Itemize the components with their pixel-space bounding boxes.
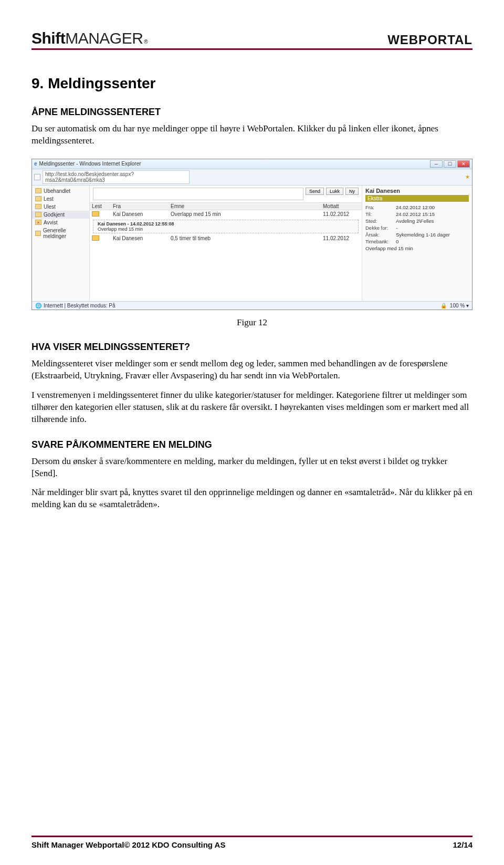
address-bar-row: http://test.kdo.no/Beskjedsenter.aspx?ms… (32, 169, 472, 186)
folder-sidebar: Ubehandlet Lest Ulest Godkjent Avvist Ge… (32, 186, 90, 301)
detail-panel: Kai Danesen Ekstra Fra:24.02.2012 12:00 … (362, 186, 472, 301)
col-emne[interactable]: Emne (171, 203, 323, 209)
browser-status-bar: 🌐 Internett | Beskyttet modus: På 🔒 100 … (32, 301, 472, 310)
message-thread-preview: Kai Danesen - 14.02.2012 12:55:08 Overla… (93, 220, 359, 233)
paragraph-leftmenu: I venstremenyen i meldingssenteret finne… (32, 389, 472, 426)
window-minimize-button[interactable]: ─ (430, 160, 443, 168)
folder-generelle[interactable]: Generelle meldinger (32, 226, 89, 240)
window-maximize-button[interactable]: ☐ (444, 160, 456, 168)
window-close-button[interactable]: ✕ (457, 160, 470, 168)
footer-left: Shift Manager Webportal© 2012 KDO Consul… (32, 840, 225, 849)
paragraph-reply2: Når meldinger blir svart på, knyttes sva… (32, 487, 472, 511)
address-bar[interactable]: http://test.kdo.no/Beskjedsenter.aspx?ms… (43, 170, 190, 184)
folder-lest[interactable]: Lest (32, 195, 89, 203)
header-portal: WEBPORTAL (387, 33, 472, 47)
page-header: ShiftMANAGER® WEBPORTAL (32, 29, 472, 50)
message-list-header: Lest Fra Emne Mottatt (90, 202, 362, 210)
page-icon (34, 174, 40, 180)
zoom-dropdown[interactable]: 100 % ▾ (450, 303, 469, 308)
logo-bold: Shift (32, 29, 65, 47)
paragraph-what: Meldingssenteret viser meldinger som er … (32, 358, 472, 382)
send-button[interactable]: Send (306, 188, 324, 195)
detail-note: Overlapp med 15 min (365, 245, 469, 252)
folder-ulest[interactable]: Ulest (32, 203, 89, 211)
message-row[interactable]: Kai Danesen 0,5 timer til timeb 11.02.20… (90, 234, 362, 243)
folder-icon (35, 231, 41, 236)
col-fra[interactable]: Fra (113, 203, 171, 209)
folder-icon (35, 188, 41, 193)
detail-field: Fra:24.02.2012 12:00 (365, 204, 469, 211)
logo-registered: ® (144, 39, 148, 45)
favorite-icon[interactable]: ★ (465, 174, 470, 180)
folder-avvist[interactable]: Avvist (32, 219, 89, 226)
security-icon: 🔒 (440, 303, 447, 308)
message-row[interactable]: Kai Danesen Overlapp med 15 min 11.02.20… (90, 210, 362, 219)
detail-field: Timebank:0 (365, 238, 469, 245)
ie-icon: e (34, 161, 37, 167)
logo-thin: MANAGER (65, 29, 143, 47)
detail-field: Dekke for:- (365, 224, 469, 231)
folder-icon (35, 204, 41, 209)
window-title: Meldingssenter - Windows Internet Explor… (39, 161, 141, 167)
compose-row: Send Lukk Ny (90, 186, 362, 202)
screenshot-meldingssenter: e Meldingssenter - Windows Internet Expl… (32, 159, 472, 310)
subheading-what: HVA VISER MELDINGSSENTERET? (32, 342, 472, 353)
folder-icon (35, 212, 41, 217)
detail-field: Til:24.02.2012 15:15 (365, 211, 469, 218)
folder-ubehandlet[interactable]: Ubehandlet (32, 187, 89, 195)
subheading-open: ÅPNE MELDINGSSENTERET (32, 107, 472, 118)
folder-godkjent[interactable]: Godkjent (32, 211, 89, 219)
col-mottatt[interactable]: Mottatt (323, 203, 360, 209)
thread-meta: Kai Danesen - 14.02.2012 12:55:08 (98, 221, 354, 226)
col-lest[interactable]: Lest (92, 203, 113, 209)
thread-body: Overlapp med 15 min (98, 226, 354, 232)
figure-caption: Figur 12 (32, 317, 472, 328)
envelope-icon (92, 235, 99, 241)
ny-button[interactable]: Ny (345, 188, 359, 195)
subheading-reply: SVARE PÅ/KOMMENTERE EN MELDING (32, 439, 472, 450)
folder-rejected-icon (35, 220, 41, 225)
lukk-button[interactable]: Lukk (326, 188, 343, 195)
folder-icon (35, 196, 41, 201)
detail-tag: Ekstra (365, 195, 469, 202)
status-text: Internett | Beskyttet modus: På (44, 303, 116, 308)
section-title: 9. Meldingssenter (32, 75, 472, 92)
paragraph-open: Du ser automatisk om du har nye meldinge… (32, 123, 472, 147)
page-footer: Shift Manager Webportal© 2012 KDO Consul… (0, 837, 504, 865)
globe-icon: 🌐 (35, 303, 41, 308)
detail-field: Sted:Avdeling 2\Felles (365, 218, 469, 224)
detail-name: Kai Danesen (365, 188, 469, 194)
paragraph-reply1: Dersom du ønsker å svare/kommentere en m… (32, 456, 472, 480)
window-titlebar: e Meldingssenter - Windows Internet Expl… (32, 159, 472, 169)
logo: ShiftMANAGER® (32, 29, 148, 47)
compose-textarea[interactable] (93, 188, 303, 200)
footer-page-number: 12/14 (453, 840, 472, 849)
envelope-icon (92, 211, 99, 217)
detail-field: Årsak:Sykemelding 1-16 dager (365, 231, 469, 238)
